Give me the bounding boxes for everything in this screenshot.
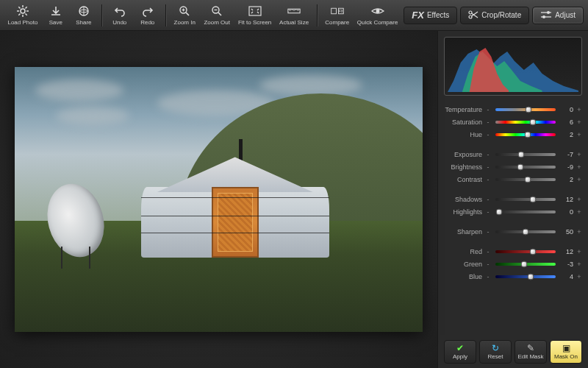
increment-shadows[interactable]: + [576,196,582,203]
redo-button[interactable]: Redo [135,3,161,27]
slider-thumb-green[interactable] [520,261,527,267]
undo-button[interactable]: Undo [107,3,133,27]
slider-track-exposure[interactable] [494,153,557,156]
slider-thumb-red[interactable] [529,248,536,255]
slider-thumb-hue[interactable] [525,131,531,138]
slider-thumb-exposure[interactable] [518,151,525,158]
slider-label-temperature: Temperature [444,106,482,113]
decrement-sharpen[interactable]: - [485,228,491,236]
zoom-out-button[interactable]: Zoom Out [201,3,234,27]
decrement-temperature[interactable]: - [485,106,491,113]
share-button[interactable]: Share [71,3,97,27]
svg-line-6 [25,14,26,15]
panel-actions: ✔ Apply ↻ Reset ✎ Edit Mask ▣ Mask On [444,340,582,364]
increment-sharpen[interactable]: + [576,228,582,236]
increment-contrast[interactable]: + [576,176,582,183]
slider-shadows: Shadows-12+ [444,193,582,205]
tab-effects[interactable]: FX Effects [404,7,457,24]
slider-label-contrast: Contrast [444,176,482,183]
decrement-saturation[interactable]: - [485,118,491,126]
svg-point-27 [376,10,379,13]
decrement-red[interactable]: - [485,248,491,255]
decrement-exposure[interactable]: - [485,151,491,158]
compare-icon: FX [331,4,344,18]
slider-thumb-contrast[interactable] [525,176,531,183]
save-icon [49,4,62,18]
sliders-icon [540,10,552,21]
increment-green[interactable]: + [576,261,582,268]
slider-thumb-brightness[interactable] [517,163,523,170]
slider-thumb-temperature[interactable] [526,106,532,113]
slider-track-blue[interactable] [494,275,557,278]
toolbar-separator [317,4,318,26]
save-button[interactable]: Save [43,3,69,27]
increment-exposure[interactable]: + [576,151,582,158]
toolbar-separator [165,4,166,26]
reset-button[interactable]: ↻ Reset [479,340,512,364]
mask-on-button[interactable]: ▣ Mask On [550,340,582,364]
zoom-in-button[interactable]: Zoom In [171,3,199,27]
slider-contrast: Contrast-2+ [444,173,582,185]
slider-exposure: Exposure--7+ [444,148,582,160]
slider-track-shadows[interactable] [494,198,557,201]
slider-track-brightness[interactable] [494,166,557,169]
redo-label: Redo [140,19,154,26]
slider-thumb-shadows[interactable] [529,196,536,202]
slider-thumb-sharpen[interactable] [523,228,529,235]
decrement-blue[interactable]: - [485,273,491,280]
toolbar-separator [101,4,102,26]
load-photo-button[interactable]: Load Photo [4,3,41,27]
tab-adjust[interactable]: Adjust [532,7,584,24]
slider-thumb-saturation[interactable] [529,118,536,125]
decrement-highlights[interactable]: - [485,208,491,216]
decrement-hue[interactable]: - [485,131,491,138]
svg-rect-24 [331,8,336,14]
tab-adjust-label: Adjust [555,11,576,19]
slider-track-sharpen[interactable] [494,230,557,233]
slider-thumb-highlights[interactable] [495,208,502,215]
fit-to-screen-button[interactable]: Fit to Screen [235,3,275,27]
toolbar: Load Photo Save Share Undo Redo Zoom In [0,0,588,31]
apply-label: Apply [453,353,467,360]
quick-compare-button[interactable]: Quick Compare [354,3,401,27]
apply-button[interactable]: ✔ Apply [444,340,476,364]
scissors-icon [468,10,478,21]
tab-crop-rotate[interactable]: Crop/Rotate [460,7,529,24]
slider-track-hue[interactable] [494,133,557,136]
gear-icon [16,4,29,18]
increment-brightness[interactable]: + [576,163,582,171]
slider-track-highlights[interactable] [494,210,557,213]
decrement-contrast[interactable]: - [485,176,491,183]
slider-track-saturation[interactable] [494,121,557,124]
fx-icon: FX [412,10,424,21]
increment-hue[interactable]: + [576,131,582,138]
photo-canvas[interactable] [15,67,423,332]
decrement-green[interactable]: - [485,261,491,268]
slider-value-blue: 4 [560,273,573,280]
increment-blue[interactable]: + [576,273,582,280]
increment-temperature[interactable]: + [576,106,582,113]
increment-saturation[interactable]: + [576,118,582,126]
slider-green: Green--3+ [444,258,582,270]
slider-label-highlights: Highlights [444,208,482,216]
slider-label-exposure: Exposure [444,151,482,158]
tab-effects-label: Effects [427,11,449,19]
compare-button[interactable]: FX Compare [321,3,352,27]
decrement-brightness[interactable]: - [485,163,491,171]
edit-mask-button[interactable]: ✎ Edit Mask [514,340,547,364]
mask-icon: ▣ [562,344,570,353]
slider-track-temperature[interactable] [494,108,557,111]
slider-track-red[interactable] [494,250,557,253]
slider-thumb-blue[interactable] [527,273,534,280]
actual-size-button[interactable]: Actual Size [276,3,312,27]
redo-icon [141,4,154,18]
quick-compare-label: Quick Compare [357,19,398,26]
increment-highlights[interactable]: + [576,208,582,216]
svg-rect-17 [249,7,261,15]
slider-track-green[interactable] [494,263,557,266]
increment-red[interactable]: + [576,248,582,255]
slider-track-contrast[interactable] [494,178,557,181]
slider-value-temperature: 0 [560,106,573,113]
decrement-shadows[interactable]: - [485,196,491,203]
compare-label: Compare [325,19,349,26]
